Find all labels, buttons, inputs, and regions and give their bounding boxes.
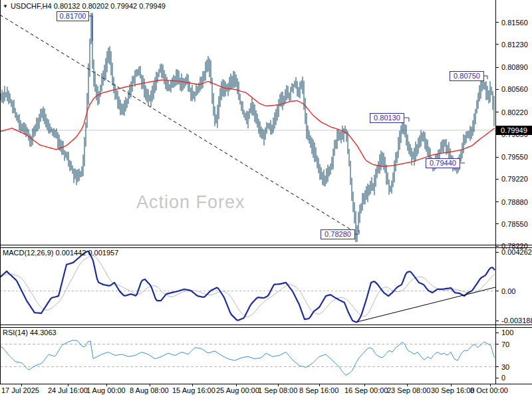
time-axis-label: 8 Oct 00:00 (470, 386, 508, 394)
price-axis-label: 0.80890 (501, 63, 528, 71)
price-axis-label: 0.80560 (501, 85, 528, 93)
time-axis-label: 15 Aug 16:00 (172, 386, 215, 394)
time-axis-label: 1 Sep 08:00 (258, 386, 297, 394)
macd-axis-label: 0.004262 (501, 248, 532, 256)
time-axis-label: 24 Jul 16:00 (48, 386, 88, 394)
rsi-axis-label: 30 (501, 363, 509, 371)
price-level-callout[interactable]: 0.80750 (450, 71, 484, 81)
price-level-callout[interactable]: 0.81700 (57, 11, 89, 21)
price-axis-label: 0.81230 (501, 41, 528, 49)
rsi-indicator-label: RSI(14) 44.3063 (3, 329, 57, 336)
trading-chart-window: Action Forex ▼USDCHF,H4 0.80132 0.80202 … (0, 0, 532, 399)
time-axis-label: 25 Aug 00:00 (216, 386, 259, 394)
current-price-tag: 0.79949 (496, 126, 532, 135)
price-axis-label: 0.79220 (501, 175, 528, 183)
chevron-down-icon[interactable]: ▼ (3, 3, 8, 9)
price-axis-label: 0.79550 (501, 153, 528, 161)
price-axis-label: 0.81560 (501, 19, 528, 27)
time-axis-label: 1 Aug 00:00 (86, 386, 126, 394)
chart-header: ▼USDCHF,H4 0.80132 0.80202 0.79942 0.799… (3, 2, 166, 10)
price-axis-label: 0.80220 (501, 108, 528, 116)
rsi-axis-label: 100 (501, 329, 513, 336)
time-axis-label: 23 Sep 08:00 (387, 386, 430, 394)
time-axis-label: 30 Sep 16:00 (431, 386, 474, 394)
symbol-timeframe-label: USDCHF,H4 (11, 2, 52, 10)
macd-indicator-label: MACD(12,26,9) 0.001442 0.001957 (3, 249, 118, 257)
price-level-callout[interactable]: 0.78280 (321, 229, 355, 239)
ohlc-values: 0.80132 0.80202 0.79942 0.79949 (54, 2, 166, 10)
rsi-axis-label: 0 (501, 374, 505, 382)
price-level-callout[interactable]: 0.80130 (370, 113, 404, 123)
time-axis-label: 16 Sep 00:00 (344, 386, 388, 394)
macd-axis-label: -0.003188 (501, 317, 532, 325)
time-axis-label: 8 Aug 08:00 (130, 386, 169, 394)
macd-axis-label: 0.00 (501, 287, 515, 295)
price-axis-label: 0.78880 (501, 198, 528, 206)
price-level-callout[interactable]: 0.79440 (426, 158, 460, 168)
price-axis-label: 0.78550 (501, 220, 528, 228)
rsi-axis-label: 70 (501, 340, 509, 348)
chart-canvas[interactable] (0, 0, 532, 399)
time-axis-label: 17 Jul 2025 (1, 386, 39, 394)
time-axis-label: 8 Sep 16:00 (299, 386, 338, 394)
